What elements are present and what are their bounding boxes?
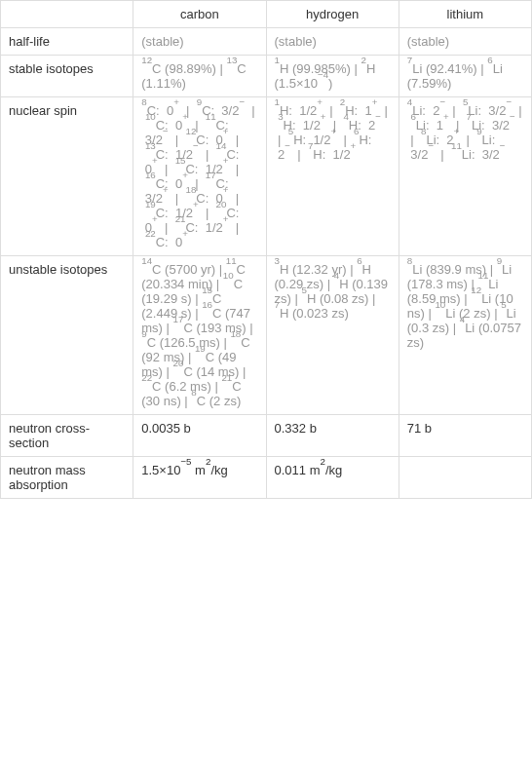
row-unstable-isotopes: unstable isotopes 14C (5700 yr) | 11C (2… xyxy=(1,256,532,415)
row-label: half-life xyxy=(1,28,133,56)
header-hydrogen: hydrogen xyxy=(266,1,399,28)
cell-ncs-carbon: 0.0035 b xyxy=(133,415,266,457)
cell-spin-hydrogen: 1H: 1/2+ | 2H: 1+ | 3H: 1/2+ | 4H: 2− | … xyxy=(266,97,399,256)
cell-spin-carbon: 8C: 0+ | 9C: 3/2− | 10C: 0+ | 11C: 3/2− … xyxy=(133,97,266,256)
row-half-life: half-life (stable) (stable) (stable) xyxy=(1,28,532,56)
value-text: 1.5×10−5 m2/kg xyxy=(141,463,227,477)
cell-ncs-hydrogen: 0.332 b xyxy=(266,415,399,457)
row-label: stable isotopes xyxy=(1,56,133,97)
row-nuclear-spin: nuclear spin 8C: 0+ | 9C: 3/2− | 10C: 0+… xyxy=(1,97,532,256)
cell-half-life-hydrogen: (stable) xyxy=(266,28,399,56)
row-stable-isotopes: stable isotopes 12C (98.89%) | 13C (1.11… xyxy=(1,56,532,97)
cell-spin-lithium: 4Li: 2− | 5Li: 3/2− | 6Li: 1+ | 7Li: 3/2… xyxy=(399,97,531,256)
header-blank xyxy=(1,1,133,28)
cell-unstable-hydrogen: 3H (12.32 yr) | 6H (0.29 zs) | 4H (0.139… xyxy=(266,256,399,415)
header-lithium: lithium xyxy=(399,1,531,28)
value-text: 71 b xyxy=(407,421,432,436)
row-label: neutron cross-section xyxy=(1,415,133,457)
cell-unstable-carbon: 14C (5700 yr) | 11C (20.334 min) | 10C (… xyxy=(133,256,266,415)
cell-ncs-lithium: 71 b xyxy=(399,415,531,457)
properties-table: carbon hydrogen lithium half-life (stabl… xyxy=(0,0,532,499)
cell-half-life-carbon: (stable) xyxy=(133,28,266,56)
cell-nma-hydrogen: 0.011 m2/kg xyxy=(266,457,399,499)
cell-stable-lithium: 7Li (92.41%) | 6Li (7.59%) xyxy=(399,56,531,97)
value-text: 0.0035 b xyxy=(141,421,191,436)
value-text: 0.011 m2/kg xyxy=(275,463,343,477)
value-text: 0.332 b xyxy=(275,421,317,436)
cell-half-life-lithium: (stable) xyxy=(399,28,531,56)
cell-nma-lithium xyxy=(399,457,531,499)
row-label: unstable isotopes xyxy=(1,256,133,415)
row-label: neutron mass absorption xyxy=(1,457,133,499)
cell-nma-carbon: 1.5×10−5 m2/kg xyxy=(133,457,266,499)
row-label: nuclear spin xyxy=(1,97,133,256)
row-neutron-cross-section: neutron cross-section 0.0035 b 0.332 b 7… xyxy=(1,415,532,457)
cell-unstable-lithium: 8Li (839.9 ms) | 9Li (178.3 ms) | 11Li (… xyxy=(399,256,531,415)
cell-stable-carbon: 12C (98.89%) | 13C (1.11%) xyxy=(133,56,266,97)
row-neutron-mass-absorption: neutron mass absorption 1.5×10−5 m2/kg 0… xyxy=(1,457,532,499)
cell-stable-hydrogen: 1H (99.985%) | 2H (1.5×10−4) xyxy=(266,56,399,97)
header-carbon: carbon xyxy=(133,1,266,28)
header-row: carbon hydrogen lithium xyxy=(1,1,532,28)
